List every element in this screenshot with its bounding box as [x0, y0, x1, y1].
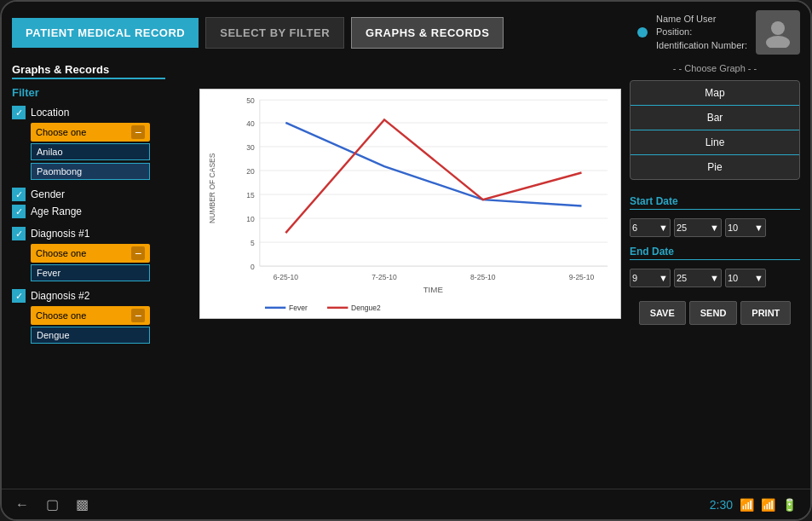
diagnosis2-label: Diagnosis #2	[31, 290, 89, 302]
graph-menu: Map Bar Line Pie	[630, 80, 800, 180]
end-date-label: End Date	[630, 246, 800, 260]
graph-option-map[interactable]: Map	[631, 81, 799, 106]
diagnosis1-option-fever: Fever	[31, 264, 150, 282]
svg-text:Fever: Fever	[289, 304, 308, 312]
user-status-dot	[637, 27, 648, 38]
filter-diagnosis1: ✓ Diagnosis #1	[12, 227, 191, 240]
filter-age-range: ✓ Age Range	[12, 205, 191, 218]
gender-checkbox[interactable]: ✓	[12, 188, 26, 201]
end-day-select[interactable]: 25 ▼	[674, 269, 722, 287]
select-filter-button[interactable]: SELECT BY FILTER	[205, 17, 344, 49]
svg-text:6-25-10: 6-25-10	[274, 273, 299, 281]
diagnosis1-label: Diagnosis #1	[31, 228, 89, 240]
diagnosis2-option-dengue: Dengue	[31, 327, 150, 344]
end-year-select[interactable]: 10 ▼	[725, 269, 766, 287]
filter-gender: ✓ Gender	[12, 188, 191, 201]
recent-icon[interactable]: ▩	[76, 496, 89, 512]
location-label: Location	[31, 107, 69, 119]
fever-btn[interactable]: Fever	[31, 264, 150, 281]
diagnosis1-checkbox[interactable]: ✓	[12, 227, 26, 240]
wifi-icon: 📶	[740, 498, 754, 512]
start-year-select[interactable]: 10 ▼	[725, 218, 766, 237]
send-button[interactable]: SEND	[689, 301, 738, 325]
left-panel: Graphs & Records Filter ✓ Location Choos…	[12, 60, 191, 489]
diagnosis1-dropdown[interactable]: Choose one −	[31, 244, 150, 263]
start-day-select[interactable]: 25 ▼	[674, 218, 722, 237]
bottom-bar: ← ▢ ▩ 2:30 📶 📶 🔋	[2, 489, 810, 519]
dengue-btn[interactable]: Dengue	[31, 327, 150, 344]
breadcrumb: Graphs & Records	[12, 63, 165, 79]
start-date-label: Start Date	[630, 195, 800, 210]
top-bar: PATIENT MEDICAL RECORD SELECT BY FILTER …	[2, 2, 810, 60]
svg-text:9-25-10: 9-25-10	[569, 273, 595, 281]
right-panel: - - Choose Graph - - Map Bar Line Pie St…	[630, 60, 800, 489]
svg-text:7-25-10: 7-25-10	[371, 273, 397, 281]
age-range-label: Age Range	[31, 206, 82, 217]
user-position-label: Position:	[656, 26, 747, 38]
svg-text:0: 0	[251, 263, 255, 271]
svg-text:40: 40	[246, 119, 255, 128]
svg-text:50: 50	[246, 96, 255, 105]
diagnosis2-checkbox[interactable]: ✓	[12, 289, 26, 303]
center-panel: 0 5 10 15 20 30 40 50 NUMBER OF CASES 6-…	[191, 60, 630, 489]
diagnosis2-dropdown[interactable]: Choose one −	[31, 306, 150, 325]
svg-point-0	[771, 21, 785, 35]
start-month-select[interactable]: 6 ▼	[630, 218, 671, 237]
print-button[interactable]: PRINT	[740, 301, 791, 325]
battery-icon: 🔋	[782, 498, 797, 512]
bottom-nav: ← ▢ ▩	[15, 496, 89, 512]
avatar	[756, 10, 800, 55]
status-time: 2:30	[710, 498, 733, 512]
device-frame: PATIENT MEDICAL RECORD SELECT BY FILTER …	[0, 0, 812, 521]
fever-line	[285, 123, 581, 206]
location-option-anilao: Anilao	[31, 143, 150, 161]
diagnosis1-minus-btn[interactable]: −	[131, 246, 145, 260]
location-checkbox[interactable]: ✓	[12, 106, 26, 119]
action-row: SAVE SEND PRINT	[630, 301, 800, 325]
start-date-row: 6 ▼ 25 ▼ 10 ▼	[630, 218, 800, 237]
svg-text:TIME: TIME	[423, 285, 444, 294]
end-month-select[interactable]: 9 ▼	[630, 269, 671, 287]
dengue2-line	[285, 119, 581, 233]
choose-graph-label: - - Choose Graph - -	[630, 63, 800, 73]
svg-text:Dengue2: Dengue2	[351, 304, 381, 312]
graphs-records-button[interactable]: GRAPHS & RECORDS	[351, 17, 504, 49]
status-bar: 2:30 📶 📶 🔋	[710, 498, 797, 512]
user-info-panel: Name Of User Position: Identification Nu…	[637, 10, 800, 55]
user-text: Name Of User Position: Identification Nu…	[656, 13, 747, 52]
user-name-label: Name Of User	[656, 13, 747, 26]
filter-label: Filter	[12, 86, 191, 99]
filter-location: ✓ Location	[12, 106, 191, 119]
graph-option-pie[interactable]: Pie	[631, 155, 799, 179]
patient-record-button[interactable]: PATIENT MEDICAL RECORD	[12, 18, 199, 48]
svg-text:30: 30	[246, 143, 255, 152]
chart-container: 0 5 10 15 20 30 40 50 NUMBER OF CASES 6-…	[199, 89, 621, 319]
svg-text:8-25-10: 8-25-10	[470, 273, 496, 281]
svg-text:NUMBER OF CASES: NUMBER OF CASES	[208, 153, 216, 223]
filter-diagnosis2: ✓ Diagnosis #2	[12, 289, 191, 303]
svg-text:10: 10	[246, 215, 255, 223]
paombong-btn[interactable]: Paombong	[31, 163, 150, 180]
end-date-row: 9 ▼ 25 ▼ 10 ▼	[630, 269, 800, 287]
graph-option-bar[interactable]: Bar	[631, 106, 799, 130]
svg-text:5: 5	[251, 239, 255, 247]
signal-icon: 📶	[761, 498, 775, 512]
svg-text:15: 15	[246, 191, 255, 200]
location-minus-btn[interactable]: −	[131, 125, 145, 139]
location-dropdown[interactable]: Choose one −	[31, 123, 150, 142]
location-option-paombong: Paombong	[31, 163, 150, 181]
anilao-btn[interactable]: Anilao	[31, 143, 150, 160]
back-icon[interactable]: ←	[15, 497, 29, 512]
svg-point-1	[766, 36, 790, 48]
graph-option-line[interactable]: Line	[631, 130, 799, 155]
gender-label: Gender	[31, 188, 65, 200]
diagnosis2-minus-btn[interactable]: −	[131, 309, 145, 322]
home-icon[interactable]: ▢	[46, 496, 59, 512]
save-button[interactable]: SAVE	[639, 301, 686, 325]
age-range-checkbox[interactable]: ✓	[12, 205, 26, 218]
content-area: Graphs & Records Filter ✓ Location Choos…	[2, 60, 810, 489]
svg-text:20: 20	[246, 167, 255, 176]
chart-svg: 0 5 10 15 20 30 40 50 NUMBER OF CASES 6-…	[200, 90, 620, 318]
user-id-label: Identification Number:	[656, 39, 747, 52]
